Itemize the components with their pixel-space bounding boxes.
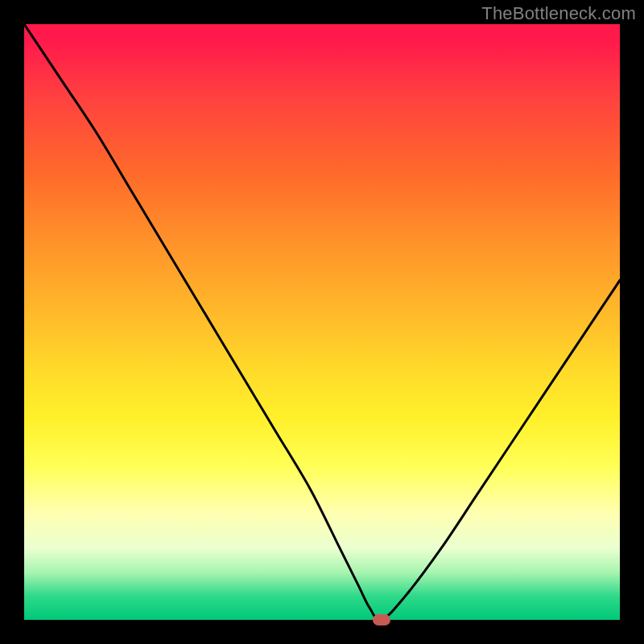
optimum-marker [373, 614, 390, 625]
chart-frame: TheBottleneck.com [0, 0, 644, 644]
plot-area [24, 24, 620, 620]
bottleneck-curve [24, 24, 620, 620]
attribution-label: TheBottleneck.com [481, 3, 636, 24]
